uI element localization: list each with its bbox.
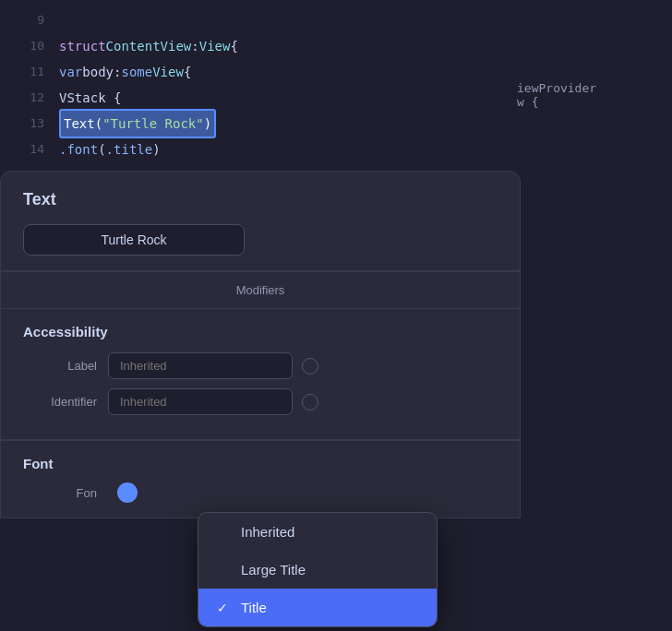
label-input[interactable] [108,352,293,379]
accessibility-section: Accessibility Label Identifier [1,309,520,440]
checkmark-title: ✓ [217,601,232,615]
text-value-input[interactable] [23,224,245,256]
font-field-row: Fon [23,482,498,503]
identifier-input[interactable] [108,388,293,415]
identifier-field-label: Identifier [23,395,97,409]
highlighted-code: Text("Turtle Rock") [59,109,216,138]
font-field-label: Fon [23,486,97,500]
dropdown-item-title-label: Title [241,600,267,615]
right-code-line-1: iewProvider [517,81,661,95]
line-number: 12 [15,85,44,111]
dropdown-item-inherited[interactable]: Inherited [198,513,437,551]
code-line-14: 14 .font ( .title ) [0,137,672,162]
dropdown-item-inherited-label: Inherited [241,524,294,540]
modifiers-label: Modifiers [1,272,520,308]
code-line-9: 9 [0,7,672,33]
inspector-header: Text [1,172,520,271]
dropdown-item-title[interactable]: ✓ Title [198,589,437,626]
font-active-indicator[interactable] [117,482,138,503]
code-line-10: 10 struct ContentView : View { [0,33,672,59]
line-number: 11 [15,59,44,85]
dropdown-item-large-title[interactable]: Large Title [198,551,437,589]
line-number: 10 [15,33,44,59]
font-title: Font [23,456,498,471]
label-field-label: Label [23,359,97,373]
label-radio-button[interactable] [302,358,318,375]
font-dropdown: Inherited Large Title ✓ Title [198,512,438,627]
font-section: Font Fon [1,441,520,518]
label-field-row: Label [23,352,498,379]
right-code-line-2: w { [517,95,661,109]
inspector-panel: Text Modifiers Accessibility Label Ident… [0,171,521,518]
line-number: 13 [15,111,44,137]
line-number: 9 [15,7,44,33]
identifier-field-row: Identifier [23,388,498,415]
line-number: 14 [15,137,44,162]
dropdown-item-large-title-label: Large Title [241,562,306,577]
accessibility-title: Accessibility [23,324,498,339]
identifier-radio-button[interactable] [302,394,318,411]
right-code-fragment: iewProvider w { [506,74,672,116]
inspector-title: Text [23,190,498,209]
